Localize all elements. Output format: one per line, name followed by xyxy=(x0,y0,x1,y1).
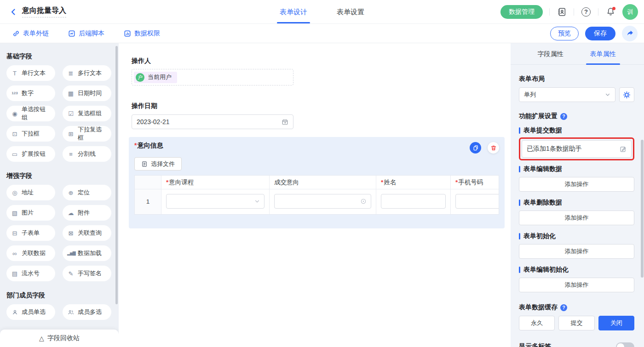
tab-field-properties[interactable]: 字段属性 xyxy=(538,43,564,65)
field-pill-label: 复选框组 xyxy=(78,109,102,118)
col-label: 手机号码 xyxy=(458,178,483,187)
field-pill-radio-group[interactable]: ◉单选按钮组 xyxy=(6,106,55,121)
init-add-action-button[interactable]: 添加操作 xyxy=(519,244,634,259)
subform-table: *意向课程 成交意向 *姓名 *手机号码 1 xyxy=(134,175,499,215)
submit-data-label: 表单提交数据 xyxy=(519,126,634,135)
field-pill-image[interactable]: ▧图片 xyxy=(6,205,55,221)
cloud-upload-icon: ☁ xyxy=(67,210,75,216)
field-pill-label: 多行文本 xyxy=(78,69,102,77)
field-pill-attachment[interactable]: ☁附件 xyxy=(63,205,111,221)
field-pill-data-load[interactable]: ▂▅▇数据加载 xyxy=(63,245,111,261)
field-pill-checkbox-group[interactable]: ☑复选框组 xyxy=(63,106,111,121)
backend-script-button[interactable]: 后端脚本 xyxy=(68,29,104,38)
section-title-basic-fields: 基础字段 xyxy=(6,52,113,61)
edit-data-label: 表单编辑数据 xyxy=(519,165,634,173)
data-permission-label: 数据权限 xyxy=(134,29,160,38)
current-user-tag[interactable]: 户 当前用户 xyxy=(134,72,177,83)
notification-bell-icon[interactable] xyxy=(605,6,616,17)
delete-data-add-action-button[interactable]: 添加操作 xyxy=(519,210,634,225)
field-pill-extend-button[interactable]: ▭扩展按钮 xyxy=(6,146,55,162)
basic-fields-grid: T单行文本 ≣多行文本 123数字 ▦日期时间 ◉单选按钮组 ☑复选框组 ⊡下拉… xyxy=(6,65,113,162)
edit-data-add-action-button[interactable]: 添加操作 xyxy=(519,177,634,192)
submit-data-assist-field[interactable]: 已添加1条数据助手 xyxy=(522,140,632,158)
field-pill-label: 关联查询 xyxy=(78,229,102,237)
section-title-member-fields: 部门成员字段 xyxy=(6,291,113,300)
cache-option-close[interactable]: 关闭 xyxy=(598,316,634,330)
external-link-button[interactable]: 表单外链 xyxy=(12,29,49,38)
data-permission-button[interactable]: 数据权限 xyxy=(124,29,160,38)
copy-button[interactable] xyxy=(470,142,481,154)
share-button[interactable] xyxy=(622,26,638,41)
form-canvas: 操作人 户 当前用户 操作日期 2023-02-21 *意向信息 xyxy=(119,43,511,347)
date-field[interactable]: 2023-02-21 xyxy=(132,114,293,129)
form-layout-row: 单列 xyxy=(519,87,634,102)
panel-scrollbar[interactable] xyxy=(641,140,644,278)
button-icon: ▭ xyxy=(11,151,18,157)
field-pill-datetime[interactable]: ▦日期时间 xyxy=(63,85,111,101)
field-pill-number[interactable]: 123数字 xyxy=(6,85,55,101)
people-icon xyxy=(67,309,75,315)
field-pill-subform[interactable]: ⊟子表单 xyxy=(6,225,55,241)
operator-field[interactable]: 户 当前用户 xyxy=(132,69,293,85)
data-cache-label: 表单数据缓存 xyxy=(519,303,558,312)
phone-input[interactable] xyxy=(455,194,499,209)
layout-settings-button[interactable] xyxy=(619,87,634,102)
crosshair-icon: ⊕ xyxy=(67,190,75,196)
delete-button[interactable] xyxy=(488,142,499,154)
help-badge-icon[interactable]: ? xyxy=(560,113,567,120)
avatar[interactable]: 训 xyxy=(622,4,638,20)
save-button[interactable]: 保存 xyxy=(585,27,615,40)
field-pill-multi-line-text[interactable]: ≣多行文本 xyxy=(63,65,111,81)
field-pill-address[interactable]: ◎地址 xyxy=(6,185,55,200)
field-pill-multi-select[interactable]: ⊞下拉复选框 xyxy=(63,126,111,142)
subform-section-selected[interactable]: *意向信息 选择文件 xyxy=(129,137,505,228)
help-badge-icon[interactable]: ? xyxy=(560,304,567,311)
preview-button[interactable]: 预览 xyxy=(550,27,579,40)
address-book-icon[interactable] xyxy=(556,6,567,17)
field-pill-single-line-text[interactable]: T单行文本 xyxy=(6,65,55,81)
field-pill-member-multi[interactable]: 成员多选 xyxy=(63,304,111,320)
field-pill-signature[interactable]: ✎手写签名 xyxy=(63,266,111,281)
field-pill-label: 成员单选 xyxy=(22,308,46,316)
external-link-label: 表单外链 xyxy=(23,29,49,38)
layout-select[interactable]: 单列 xyxy=(519,87,615,102)
multi-select-icon: ⊞ xyxy=(67,131,75,137)
cache-option-submit[interactable]: 提交 xyxy=(558,316,594,330)
map-pin-icon: ◎ xyxy=(11,190,18,196)
help-icon[interactable]: ? xyxy=(581,6,592,17)
chevron-down-icon xyxy=(254,199,260,204)
field-pill-related-data[interactable]: ∞关联数据 xyxy=(6,245,55,261)
field-pill-label: 关联数据 xyxy=(22,249,46,257)
back-button[interactable] xyxy=(9,8,17,16)
name-input[interactable] xyxy=(381,194,446,209)
cache-option-permanent[interactable]: 永久 xyxy=(519,316,555,330)
field-pill-serial-number[interactable]: ▤流水号 xyxy=(6,266,55,281)
backend-script-label: 后端脚本 xyxy=(79,29,104,38)
edit-init-add-action-button[interactable]: 添加操作 xyxy=(519,278,634,292)
show-tabs-toggle[interactable] xyxy=(616,342,634,347)
tab-form-settings[interactable]: 表单设置 xyxy=(337,0,364,24)
col-label: 意向课程 xyxy=(169,178,194,187)
field-pill-location[interactable]: ⊕定位 xyxy=(63,185,111,200)
choose-file-label: 选择文件 xyxy=(151,160,175,168)
required-asterisk: * xyxy=(381,179,383,186)
tab-form-design[interactable]: 表单设计 xyxy=(280,0,307,24)
form-title[interactable]: 意向批量导入 xyxy=(22,6,66,17)
field-pill-member-single[interactable]: 成员单选 xyxy=(6,304,55,320)
field-pill-select[interactable]: ⊡下拉框 xyxy=(6,126,55,142)
course-select[interactable] xyxy=(166,194,264,209)
choose-file-button[interactable]: 选择文件 xyxy=(134,157,182,171)
field-recycle-bin[interactable]: △ 字段回收站 xyxy=(0,330,119,347)
col-label: 成交意向 xyxy=(274,178,299,187)
intent-picker[interactable] xyxy=(274,194,371,209)
phone-cell xyxy=(451,189,499,214)
field-pill-related-query[interactable]: ⊠关联查询 xyxy=(63,225,111,241)
sidebar-scrollbar[interactable] xyxy=(115,46,118,304)
person-icon xyxy=(11,309,18,315)
data-manage-button[interactable]: 数据管理 xyxy=(500,5,543,19)
field-pill-divider[interactable]: ≡分割线 xyxy=(63,146,111,162)
subform-table-row: 1 xyxy=(135,189,499,214)
form-designer-app: 意向批量导入 表单设计 表单设置 数据管理 ? 训 xyxy=(0,0,644,347)
name-cell xyxy=(376,189,451,214)
tab-form-properties[interactable]: 表单属性 xyxy=(590,43,616,65)
